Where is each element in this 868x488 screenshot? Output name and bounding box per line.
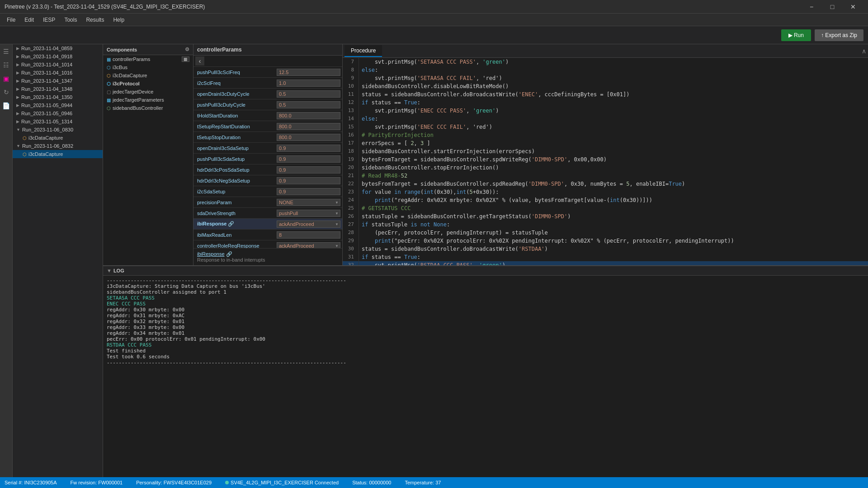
sidebar-icon-log[interactable]: 📄	[1, 101, 11, 111]
code-line: 8else:	[343, 66, 868, 74]
param-i2cSdaSetup: i2cSdaSetup	[193, 186, 342, 197]
sidebar-child-0830-capture[interactable]: ⬡ i3cDataCapture	[13, 134, 103, 142]
log-line: regAddr: 0x32 mrbyte: 0x01	[107, 319, 864, 324]
param-select-sdaDriveStrength[interactable]: pushPullopenDrain	[277, 210, 340, 217]
param-input-openDrainI3cDutyCycle[interactable]	[277, 90, 340, 98]
param-select-precisionParam[interactable]: NONELOWHIGH	[277, 199, 340, 206]
sidebar-run-0830[interactable]: ▼ Run_2023-11-06_0830	[13, 126, 103, 134]
component-i3cBus[interactable]: ⬡ i3cBus	[103, 63, 193, 71]
components-settings-icon[interactable]: ⚙	[185, 47, 189, 52]
sidebar-run-0944[interactable]: ▶ Run_2023-11-05_0944	[13, 101, 103, 109]
procedure-collapse-icon[interactable]: ∧	[862, 47, 866, 55]
log-line: ----------------------------------------…	[107, 277, 864, 283]
param-input-i2cSclFreq[interactable]	[277, 80, 340, 87]
code-line: 21# Read MR48-52	[343, 172, 868, 180]
menu-results[interactable]: Results	[81, 15, 108, 25]
menu-help[interactable]: Help	[108, 15, 129, 25]
sidebar-run-0946[interactable]: ▶ Run_2023-11-05_0946	[13, 109, 103, 117]
param-input-openDrainI3cSdaSetup[interactable]	[277, 145, 340, 152]
table-icon: ▦	[107, 57, 111, 62]
param-pushPullI3cSdaSetup: pushPullI3cSdaSetup	[193, 154, 342, 164]
log-line: RSTDAA CCC PASS	[107, 342, 864, 348]
param-input-tSetupStopDuration[interactable]	[277, 134, 340, 141]
component-sidebandBusController[interactable]: ⬡ sidebandBusController	[103, 104, 193, 112]
tab-procedure[interactable]: Procedure	[344, 45, 382, 57]
component-i3cDataCapture[interactable]: ⬡ i3cDataCapture	[103, 71, 193, 80]
sidebar-run-1348[interactable]: ▶ Run_2023-11-04_1348	[13, 85, 103, 93]
param-sdaDriveStrength: sdaDriveStrength pushPullopenDrain	[193, 208, 342, 219]
param-input-pushPullI3cSdaSetup[interactable]	[277, 155, 340, 163]
code-line: 17errorSpecs = [ 2, 3 ]	[343, 139, 868, 147]
titlebar: Pinetree (v 23.3.0) - Test_2023-11-04_15…	[0, 0, 868, 14]
code-line: 25# GETSTATUS CCC	[343, 204, 868, 212]
status-fw: Fw revision: FW000001	[71, 480, 123, 485]
param-input-pushPullI3cSclFreq[interactable]	[277, 69, 340, 76]
component-jedecTargetParameters[interactable]: ▦ jedecTargetParameters	[103, 96, 193, 104]
code-line: 18sidebandBusController.startErrorInject…	[343, 147, 868, 155]
protocol-icon: ⬡	[107, 81, 111, 86]
params-info: ibiResponse 🔗 Response to in-band interr…	[193, 248, 342, 265]
sidebar-run-1347[interactable]: ▶ Run_2023-11-04_1347	[13, 77, 103, 85]
sidebar-run-0859[interactable]: ▶ Run_2023-11-04_0859	[13, 44, 103, 52]
param-input-i2cSdaSetup[interactable]	[277, 188, 340, 195]
params-nav: ‹	[193, 56, 342, 67]
params-nav-left[interactable]: ‹	[195, 56, 204, 66]
log-line: ENEC CCC PASS	[107, 301, 864, 307]
menu-tools[interactable]: Tools	[60, 15, 81, 25]
export-button[interactable]: ↑ Export as Zip	[815, 29, 863, 41]
code-line: 26statusTuple = sidebandBusController.ge…	[343, 212, 868, 221]
code-area[interactable]: 7 svt.printMsg('SETAASA CCC PASS', 'gree…	[343, 58, 868, 265]
sidebar-run-1014[interactable]: ▶ Run_2023-11-04_1014	[13, 61, 103, 69]
param-input-tSetupRepStartDuration[interactable]	[277, 123, 340, 130]
sidebar-icon-runs[interactable]: ☰	[1, 47, 11, 56]
code-line: 14else:	[343, 115, 868, 123]
log-panel: ▼ LOG ----------------------------------…	[103, 266, 868, 477]
param-select-controllerRoleReqResponse[interactable]: ackAndProceednack	[277, 242, 340, 249]
status-temperature: Temperature: 37	[405, 480, 441, 485]
code-line: 11status = sidebandBusController.doBroad…	[343, 90, 868, 99]
sidebar-run-0832[interactable]: ▼ Run_2023-11-06_0832	[13, 142, 103, 150]
param-input-hdrDdrI3cPosSdaSetup[interactable]	[277, 166, 340, 174]
close-button[interactable]: ✕	[843, 0, 863, 14]
sidebar-run-0918[interactable]: ▶ Run_2023-11-04_0918	[13, 52, 103, 61]
params-info-link[interactable]: ibiResponse	[197, 251, 225, 257]
log-line: sidebandBusController assigned to port 1	[107, 289, 864, 295]
sidebar-run-1016[interactable]: ▶ Run_2023-11-04_1016	[13, 69, 103, 77]
param-precisionParam: precisionParam NONELOWHIGH	[193, 197, 342, 208]
param-input-pushPullI3cDutyCycle[interactable]	[277, 101, 340, 108]
device-icon: ▢	[107, 89, 111, 94]
param-ibiMaxReadLen: ibiMaxReadLen	[193, 230, 342, 240]
param-controllerRoleReqResponse: controllerRoleReqResponse ackAndProceedn…	[193, 240, 342, 248]
param-select-ibiResponse[interactable]: ackAndProceednack	[277, 221, 340, 228]
menu-iesp[interactable]: IESP	[38, 15, 60, 25]
component-jedecTargetDevice[interactable]: ▢ jedecTargetDevice	[103, 88, 193, 96]
menu-file[interactable]: File	[2, 15, 20, 25]
log-line: pecErr: 0x00 protocolErr: 0x01 pendingIn…	[107, 336, 864, 342]
menu-edit[interactable]: Edit	[20, 15, 38, 25]
sidebar-run-1314[interactable]: ▶ Run_2023-11-05_1314	[13, 117, 103, 126]
sidebar-icon-chart[interactable]: ☷	[1, 60, 11, 70]
jtparams-icon: ▦	[107, 98, 111, 103]
param-input-ibiMaxReadLen[interactable]	[277, 231, 340, 239]
code-line: 16# ParityErrorInjection	[343, 131, 868, 139]
component-controllerParams[interactable]: ▦ controllerParams ▦	[103, 55, 193, 63]
log-line: Test took 0.6 seconds	[107, 354, 864, 360]
sidebar-run-1350[interactable]: ▶ Run_2023-11-04_1350	[13, 93, 103, 101]
run-button[interactable]: ▶ Run	[781, 29, 811, 41]
components-header: Components ⚙	[103, 44, 193, 55]
sidebar-icon-refresh[interactable]: ↻	[1, 87, 11, 97]
params-info-desc: Response to in-band interrupts	[197, 257, 265, 263]
status-status: Status: 00000000	[352, 480, 391, 485]
sidebar-icon-active[interactable]: ▣	[1, 74, 11, 84]
log-line: regAddr: 0x31 mrbyte: 0xAC	[107, 313, 864, 319]
param-input-tHoldStartDuration[interactable]	[277, 112, 340, 119]
log-collapse-icon[interactable]: ▼	[107, 268, 112, 273]
component-i3cProtocol[interactable]: ⬡ i3cProtocol	[103, 80, 193, 88]
toolbar: ▶ Run ↑ Export as Zip	[0, 26, 868, 44]
runs-sidebar: ▶ Run_2023-11-04_0859 ▶ Run_2023-11-04_0…	[13, 44, 103, 477]
log-line: regAddr: 0x33 mrbyte: 0x00	[107, 324, 864, 330]
param-input-hdrDdrI3cNegSdaSetup[interactable]	[277, 177, 340, 184]
maximize-button[interactable]: □	[822, 0, 843, 14]
sidebar-child-0832-capture[interactable]: ⬡ i3cDataCapture	[13, 150, 103, 158]
minimize-button[interactable]: −	[801, 0, 822, 14]
